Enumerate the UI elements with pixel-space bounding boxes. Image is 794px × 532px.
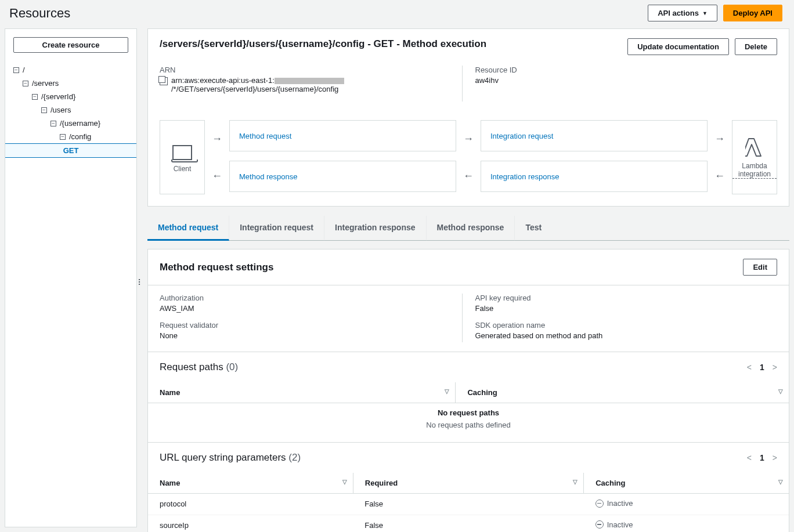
collapse-icon: − [32,94,38,100]
sort-icon[interactable]: ▽ [342,479,347,485]
flow-link[interactable]: Integration response [490,172,560,181]
request-paths-heading: Request paths (0) [160,361,238,373]
request-paths-table: Name▽ Caching▽ No request paths No reque… [148,382,789,442]
lambda-icon [745,137,764,157]
col-name[interactable]: Name [160,479,180,487]
col-required[interactable]: Required [365,479,398,487]
empty-sub: No request paths defined [148,421,789,442]
prev-page-icon[interactable]: < [747,363,752,372]
tab-method-response[interactable]: Method response [427,216,515,241]
request-paths-count: (0) [226,361,238,372]
arrow-left-icon: ← [463,170,474,182]
method-title: /servers/{serverId}/users/{username}/con… [160,38,486,50]
tree-label: / [23,66,25,74]
resource-id-value: aw4ihv [475,76,778,85]
arn-prefix: arn:aws:execute-api:us-east-1: [171,76,275,85]
arn-suffix: /*/GET/servers/{serverId}/users/{usernam… [171,85,338,93]
arrow-right-icon: → [463,133,474,145]
flow-integration-request[interactable]: Integration request [481,120,708,151]
page-number: 1 [760,363,764,372]
flow-link[interactable]: Method response [239,172,297,181]
resource-id-label: Resource ID [475,66,778,74]
table-row: protocol False Inactive [148,494,789,515]
tree-label: /servers [32,79,59,88]
api-actions-button[interactable]: API actions ▼ [648,5,717,21]
prev-page-icon[interactable]: < [747,453,752,462]
arrow-right-icon: → [714,133,725,145]
sort-icon[interactable]: ▽ [445,388,449,395]
update-documentation-button[interactable]: Update documentation [627,38,729,55]
flow-integration-response[interactable]: Integration response [481,161,708,192]
sort-icon[interactable]: ▽ [573,479,578,485]
query-params-pager: < 1 > [747,453,777,462]
tree-servers[interactable]: −/servers [5,77,136,90]
apikey-label: API key required [475,294,778,302]
cell-caching: Inactive [607,499,633,508]
table-row: sourceIp False Inactive [148,515,789,532]
collapse-icon: − [50,121,56,126]
copy-icon[interactable] [160,77,168,85]
arrow-left-icon: ← [714,170,725,182]
flow-arrows: →← [714,120,725,194]
tab-method-request[interactable]: Method request [147,216,229,241]
tab-integration-request[interactable]: Integration request [229,216,324,241]
tree-username[interactable]: −/{username} [5,117,136,130]
client-icon [172,145,192,160]
method-request-settings-card: Method request settings Edit Authorizati… [147,249,789,532]
collapse-icon: − [13,67,19,73]
validator-value: None [160,331,462,340]
apikey-value: False [475,304,778,313]
flow-client: Client [160,120,205,194]
cell-required: False [353,515,583,532]
api-actions-label: API actions [658,9,699,17]
cell-name: sourceIp [148,515,353,532]
sort-icon[interactable]: ▽ [778,388,783,395]
tree-config[interactable]: −/config [5,130,136,143]
create-resource-button[interactable]: Create resource [13,37,128,53]
flow-lambda-label: Lambda integration [732,162,777,179]
tree-method-get[interactable]: GET [5,143,136,158]
page-number: 1 [760,453,764,462]
flow-method-request[interactable]: Method request [229,120,456,151]
empty-title: No request paths [148,403,789,421]
chevron-down-icon: ▼ [702,10,708,16]
sdk-value: Generated based on method and path [475,331,778,340]
arrow-left-icon: ← [212,170,222,182]
tree-label: /{username} [60,119,100,128]
resource-sidebar: Create resource −/ −/servers −/{serverId… [5,28,137,527]
resize-handle-icon[interactable]: ⠇ [138,278,143,287]
tree-label: /config [69,132,91,141]
status-badge: Inactive [596,520,633,529]
tab-test[interactable]: Test [515,216,552,241]
status-badge: Inactive [596,499,633,508]
sdk-label: SDK operation name [475,321,778,330]
flow-method-response[interactable]: Method response [229,161,456,192]
tree-serverid[interactable]: −/{serverId} [5,90,136,103]
flow-link[interactable]: Method request [239,132,291,140]
query-params-count: (2) [288,452,301,463]
col-name[interactable]: Name [160,388,180,397]
tree-label: /{serverId} [41,92,75,101]
col-caching[interactable]: Caching [596,479,625,487]
settings-heading: Method request settings [160,262,273,273]
next-page-icon[interactable]: > [773,363,777,372]
cell-caching: Inactive [607,520,633,529]
minus-circle-icon [596,500,604,508]
tab-integration-response[interactable]: Integration response [324,216,426,241]
col-caching[interactable]: Caching [467,388,497,397]
next-page-icon[interactable]: > [773,453,777,462]
delete-button[interactable]: Delete [735,38,777,55]
authorization-label: Authorization [160,294,462,302]
flow-arrows: →← [212,120,222,194]
tree-users[interactable]: −/users [5,103,136,117]
tree-label: GET [63,146,79,155]
sort-icon[interactable]: ▽ [778,479,783,485]
edit-button[interactable]: Edit [743,259,777,276]
tree-label: /users [50,106,71,114]
deploy-api-button[interactable]: Deploy API [723,5,782,21]
minus-circle-icon [596,520,604,529]
collapse-icon: − [23,81,28,86]
flow-lambda[interactable]: Lambda integration [732,120,777,194]
flow-link[interactable]: Integration request [490,132,553,140]
tree-root[interactable]: −/ [5,63,136,77]
